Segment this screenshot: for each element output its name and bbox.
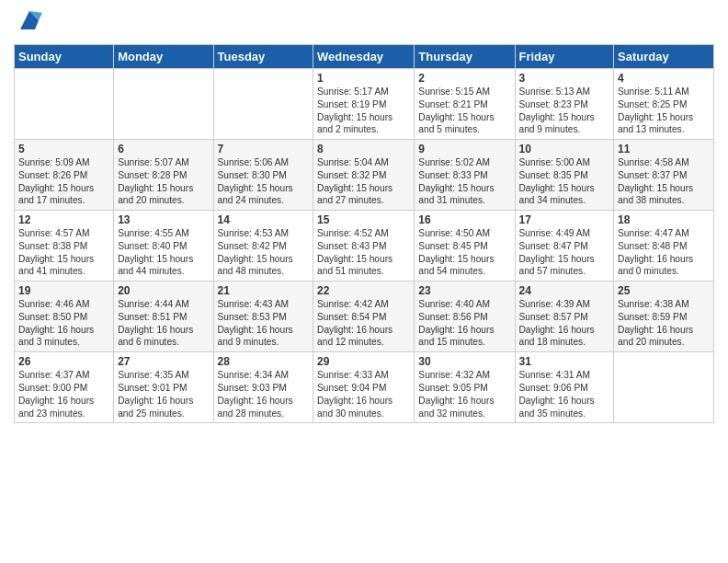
day-number: 24	[519, 284, 610, 297]
day-number: 17	[519, 213, 610, 226]
day-info: Sunrise: 5:09 AM Sunset: 8:26 PM Dayligh…	[18, 156, 109, 207]
calendar-day-cell: 27Sunrise: 4:35 AM Sunset: 9:01 PM Dayli…	[114, 352, 213, 423]
calendar-day-cell: 20Sunrise: 4:44 AM Sunset: 8:51 PM Dayli…	[114, 282, 213, 352]
calendar-day-header: Thursday	[415, 45, 515, 69]
day-number: 6	[118, 143, 209, 155]
day-info: Sunrise: 4:34 AM Sunset: 9:03 PM Dayligh…	[218, 369, 310, 419]
day-number: 31	[519, 355, 610, 368]
calendar-day-cell: 8Sunrise: 5:04 AM Sunset: 8:32 PM Daylig…	[313, 140, 415, 211]
day-number: 25	[618, 284, 710, 297]
day-number: 23	[418, 284, 510, 297]
day-number: 21	[218, 284, 310, 297]
calendar-day-cell: 2Sunrise: 5:15 AM Sunset: 8:21 PM Daylig…	[415, 69, 515, 140]
calendar-day-cell: 12Sunrise: 4:57 AM Sunset: 8:38 PM Dayli…	[15, 211, 114, 282]
day-info: Sunrise: 4:50 AM Sunset: 8:45 PM Dayligh…	[418, 227, 510, 278]
day-number: 26	[18, 355, 109, 368]
calendar-day-cell: 4Sunrise: 5:11 AM Sunset: 8:25 PM Daylig…	[614, 69, 714, 140]
day-info: Sunrise: 4:40 AM Sunset: 8:56 PM Dayligh…	[418, 298, 510, 349]
calendar-header-row: SundayMondayTuesdayWednesdayThursdayFrid…	[15, 45, 714, 69]
day-info: Sunrise: 4:39 AM Sunset: 8:57 PM Dayligh…	[519, 298, 610, 349]
calendar-day-header: Wednesday	[313, 45, 415, 69]
calendar-day-cell: 11Sunrise: 4:58 AM Sunset: 8:37 PM Dayli…	[614, 140, 714, 211]
logo-icon	[17, 7, 42, 33]
day-number: 5	[18, 143, 109, 155]
day-number: 10	[519, 143, 610, 155]
day-number: 22	[317, 284, 410, 297]
calendar-day-cell: 23Sunrise: 4:40 AM Sunset: 8:56 PM Dayli…	[415, 282, 515, 352]
calendar-day-cell: 21Sunrise: 4:43 AM Sunset: 8:53 PM Dayli…	[213, 282, 313, 352]
day-info: Sunrise: 4:35 AM Sunset: 9:01 PM Dayligh…	[118, 369, 209, 419]
day-info: Sunrise: 4:43 AM Sunset: 8:53 PM Dayligh…	[218, 298, 310, 349]
day-info: Sunrise: 4:38 AM Sunset: 8:59 PM Dayligh…	[618, 298, 710, 349]
calendar-day-cell: 5Sunrise: 5:09 AM Sunset: 8:26 PM Daylig…	[15, 140, 114, 211]
day-number: 12	[18, 213, 109, 226]
calendar-day-cell: 19Sunrise: 4:46 AM Sunset: 8:50 PM Dayli…	[15, 282, 114, 352]
calendar-day-header: Tuesday	[213, 45, 313, 69]
day-info: Sunrise: 5:15 AM Sunset: 8:21 PM Dayligh…	[418, 86, 510, 136]
day-info: Sunrise: 4:46 AM Sunset: 8:50 PM Dayligh…	[18, 298, 109, 349]
day-info: Sunrise: 4:44 AM Sunset: 8:51 PM Dayligh…	[118, 298, 209, 349]
calendar-day-cell: 17Sunrise: 4:49 AM Sunset: 8:47 PM Dayli…	[515, 211, 614, 282]
day-number: 15	[317, 213, 410, 226]
day-info: Sunrise: 4:32 AM Sunset: 9:05 PM Dayligh…	[418, 369, 510, 419]
calendar-day-cell: 18Sunrise: 4:47 AM Sunset: 8:48 PM Dayli…	[614, 211, 714, 282]
day-info: Sunrise: 4:47 AM Sunset: 8:48 PM Dayligh…	[618, 227, 710, 278]
calendar-day-cell: 24Sunrise: 4:39 AM Sunset: 8:57 PM Dayli…	[515, 282, 614, 352]
calendar-week-row: 19Sunrise: 4:46 AM Sunset: 8:50 PM Dayli…	[15, 282, 714, 352]
day-info: Sunrise: 4:33 AM Sunset: 9:04 PM Dayligh…	[317, 369, 410, 419]
calendar-day-cell: 15Sunrise: 4:52 AM Sunset: 8:43 PM Dayli…	[313, 211, 415, 282]
day-number: 8	[317, 143, 410, 155]
calendar-week-row: 26Sunrise: 4:37 AM Sunset: 9:00 PM Dayli…	[15, 352, 714, 423]
day-info: Sunrise: 5:02 AM Sunset: 8:33 PM Dayligh…	[418, 156, 510, 207]
calendar-day-cell: 25Sunrise: 4:38 AM Sunset: 8:59 PM Dayli…	[614, 282, 714, 352]
day-number: 19	[18, 284, 109, 297]
calendar-table: SundayMondayTuesdayWednesdayThursdayFrid…	[14, 44, 714, 423]
day-info: Sunrise: 5:11 AM Sunset: 8:25 PM Dayligh…	[618, 86, 710, 136]
calendar-day-header: Monday	[114, 45, 213, 69]
calendar-day-cell: 10Sunrise: 5:00 AM Sunset: 8:35 PM Dayli…	[515, 140, 614, 211]
calendar-day-header: Sunday	[15, 45, 114, 69]
day-number: 14	[218, 213, 310, 226]
day-number: 30	[418, 355, 510, 368]
day-number: 18	[618, 213, 710, 226]
day-number: 7	[218, 143, 310, 155]
calendar-day-cell: 13Sunrise: 4:55 AM Sunset: 8:40 PM Dayli…	[114, 211, 213, 282]
day-number: 4	[618, 72, 710, 85]
calendar-day-header: Friday	[515, 45, 614, 69]
calendar-day-cell: 7Sunrise: 5:06 AM Sunset: 8:30 PM Daylig…	[213, 140, 313, 211]
calendar-day-cell: 22Sunrise: 4:42 AM Sunset: 8:54 PM Dayli…	[313, 282, 415, 352]
day-number: 3	[519, 72, 610, 85]
day-info: Sunrise: 5:00 AM Sunset: 8:35 PM Dayligh…	[519, 156, 610, 207]
calendar-day-cell: 6Sunrise: 5:07 AM Sunset: 8:28 PM Daylig…	[114, 140, 213, 211]
calendar-week-row: 5Sunrise: 5:09 AM Sunset: 8:26 PM Daylig…	[15, 140, 714, 211]
calendar-day-cell	[15, 69, 114, 140]
calendar-day-cell: 30Sunrise: 4:32 AM Sunset: 9:05 PM Dayli…	[415, 352, 515, 423]
day-number: 20	[118, 284, 209, 297]
day-info: Sunrise: 5:07 AM Sunset: 8:28 PM Dayligh…	[118, 156, 209, 207]
calendar-day-cell	[213, 69, 313, 140]
day-number: 29	[317, 355, 410, 368]
day-info: Sunrise: 4:49 AM Sunset: 8:47 PM Dayligh…	[519, 227, 610, 278]
logo	[14, 9, 42, 35]
day-number: 2	[418, 72, 510, 85]
calendar-day-cell: 26Sunrise: 4:37 AM Sunset: 9:00 PM Dayli…	[15, 352, 114, 423]
calendar-day-cell: 14Sunrise: 4:53 AM Sunset: 8:42 PM Dayli…	[213, 211, 313, 282]
day-info: Sunrise: 4:52 AM Sunset: 8:43 PM Dayligh…	[317, 227, 410, 278]
calendar-day-cell: 29Sunrise: 4:33 AM Sunset: 9:04 PM Dayli…	[313, 352, 415, 423]
calendar-day-cell: 31Sunrise: 4:31 AM Sunset: 9:06 PM Dayli…	[515, 352, 614, 423]
day-info: Sunrise: 5:13 AM Sunset: 8:23 PM Dayligh…	[519, 86, 610, 136]
calendar-day-cell: 1Sunrise: 5:17 AM Sunset: 8:19 PM Daylig…	[313, 69, 415, 140]
page-header	[14, 9, 714, 35]
day-number: 16	[418, 213, 510, 226]
day-info: Sunrise: 4:42 AM Sunset: 8:54 PM Dayligh…	[317, 298, 410, 349]
calendar-week-row: 12Sunrise: 4:57 AM Sunset: 8:38 PM Dayli…	[15, 211, 714, 282]
day-number: 1	[317, 72, 410, 85]
day-info: Sunrise: 5:17 AM Sunset: 8:19 PM Dayligh…	[317, 86, 410, 136]
day-number: 27	[118, 355, 209, 368]
calendar-day-cell	[614, 352, 714, 423]
day-info: Sunrise: 4:55 AM Sunset: 8:40 PM Dayligh…	[118, 227, 209, 278]
calendar-day-header: Saturday	[614, 45, 714, 69]
calendar-day-cell: 28Sunrise: 4:34 AM Sunset: 9:03 PM Dayli…	[213, 352, 313, 423]
calendar-day-cell	[114, 69, 213, 140]
day-number: 28	[218, 355, 310, 368]
